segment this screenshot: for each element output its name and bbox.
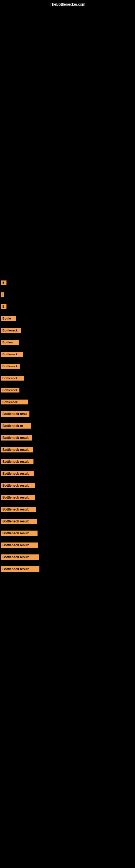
list-item: Bottleneck result bbox=[0, 479, 81, 492]
list-item: Bottleneck bbox=[0, 396, 81, 408]
list-item: B bbox=[0, 277, 81, 289]
bottleneck-result-label: Bottleneck bbox=[1, 328, 21, 333]
bottleneck-result-label: Bottleneck re bbox=[1, 423, 31, 429]
list-item: Bottleneck result bbox=[0, 563, 81, 575]
list-item: Bottleneck result bbox=[0, 539, 81, 551]
bottleneck-list: B|BBottleBottleneckBottlenBottleneck rBo… bbox=[0, 277, 81, 575]
list-item: Bottleneck result bbox=[0, 516, 81, 527]
list-item: Bottleneck result bbox=[0, 468, 81, 479]
list-item: Bottleneck re bbox=[0, 384, 81, 396]
list-item: | bbox=[0, 289, 81, 301]
bottleneck-result-label: B bbox=[1, 304, 6, 309]
bottleneck-result-label: | bbox=[1, 292, 4, 297]
list-item: B bbox=[0, 301, 81, 312]
bottleneck-result-label: Bottleneck result bbox=[1, 566, 39, 572]
list-item: Bottlen bbox=[0, 336, 81, 348]
list-item: Bottleneck result bbox=[0, 551, 81, 563]
list-item: Bottleneck r bbox=[0, 372, 81, 384]
list-item: Bottleneck re bbox=[0, 360, 81, 372]
bottleneck-result-label: Bottleneck result bbox=[1, 435, 32, 440]
list-item: Bottleneck bbox=[0, 324, 81, 336]
bottleneck-result-label: Bottleneck r bbox=[1, 376, 24, 380]
bottleneck-result-label: B bbox=[1, 280, 6, 285]
list-item: Bottleneck result bbox=[0, 503, 81, 516]
list-item: Bottle bbox=[0, 312, 81, 324]
bottleneck-result-label: Bottleneck result bbox=[1, 447, 33, 453]
list-item: Bottleneck r bbox=[0, 348, 81, 360]
bottleneck-result-label: Bottleneck r bbox=[1, 352, 23, 357]
site-title: TheBottlenecker.com bbox=[50, 2, 85, 6]
bottleneck-result-label: Bottleneck result bbox=[1, 483, 35, 488]
bottleneck-result-label: Bottleneck bbox=[1, 400, 28, 404]
bottleneck-result-label: Bottleneck result bbox=[1, 507, 36, 512]
bottleneck-result-label: Bottleneck result bbox=[1, 471, 34, 476]
list-item: Bottleneck resu bbox=[0, 408, 81, 420]
bottleneck-result-label: Bottlen bbox=[1, 340, 18, 345]
list-item: Bottleneck result bbox=[0, 456, 81, 468]
list-item: Bottleneck re bbox=[0, 420, 81, 432]
bottleneck-result-label: Bottleneck result bbox=[1, 554, 39, 560]
bottleneck-result-label: Bottleneck re bbox=[1, 364, 20, 369]
bottleneck-result-label: Bottle bbox=[1, 316, 16, 321]
bottleneck-result-label: Bottleneck result bbox=[1, 531, 38, 536]
list-item: Bottleneck result bbox=[0, 444, 81, 456]
list-item: Bottleneck result bbox=[0, 432, 81, 444]
list-item: Bottleneck result bbox=[0, 527, 81, 539]
list-item: Bottleneck result bbox=[0, 492, 81, 503]
bottleneck-result-label: Bottleneck result bbox=[1, 459, 34, 464]
bottleneck-result-label: Bottleneck result bbox=[1, 542, 38, 548]
bottleneck-result-label: Bottleneck re bbox=[1, 388, 19, 393]
bottleneck-result-label: Bottleneck result bbox=[1, 495, 35, 500]
bottleneck-result-label: Bottleneck result bbox=[1, 519, 37, 524]
bottleneck-result-label: Bottleneck resu bbox=[1, 411, 30, 416]
